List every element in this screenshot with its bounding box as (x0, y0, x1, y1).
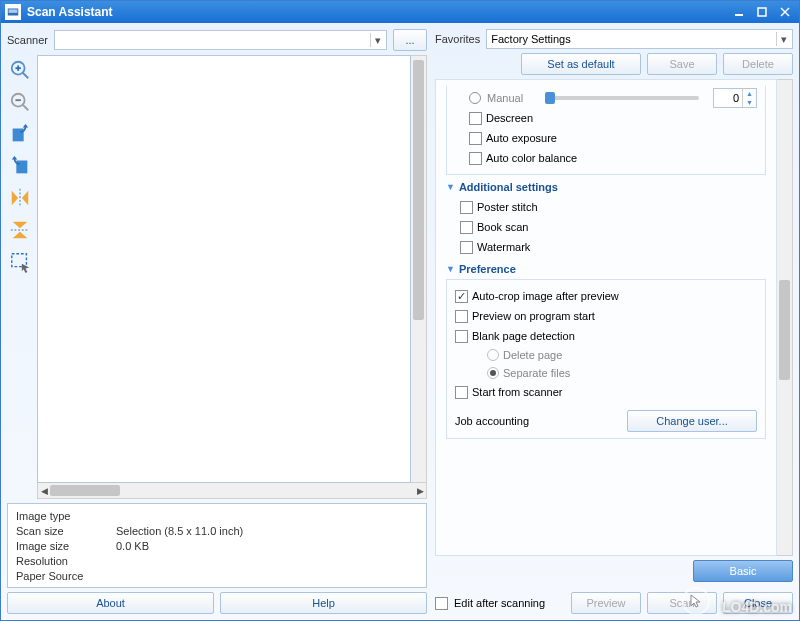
info-resolution-label: Resolution (16, 555, 116, 567)
blank-page-checkbox[interactable] (455, 330, 468, 343)
svg-line-11 (23, 105, 29, 111)
basic-mode-button[interactable]: Basic (693, 560, 793, 582)
app-icon (5, 4, 21, 20)
about-button[interactable]: About (7, 592, 214, 614)
separate-files-radio (487, 367, 499, 379)
scanner-dropdown[interactable]: ▾ (54, 30, 387, 50)
watermark-checkbox[interactable] (460, 241, 473, 254)
preview-vscrollbar[interactable] (411, 55, 427, 483)
edit-after-scanning-checkbox[interactable] (435, 597, 448, 610)
scroll-right-icon[interactable]: ▶ (414, 486, 426, 496)
svg-marker-14 (23, 124, 29, 128)
preview-hscrollbar[interactable]: ◀ ▶ (37, 483, 427, 499)
svg-rect-1 (9, 9, 18, 13)
svg-marker-20 (13, 222, 28, 228)
svg-line-7 (23, 73, 29, 79)
start-from-scanner-checkbox[interactable] (455, 386, 468, 399)
chevron-down-icon: ▾ (776, 32, 790, 46)
additional-settings-header[interactable]: ▼Additional settings (446, 181, 766, 193)
settings-panel: Manual ▲▼ Descreen Auto exposure Auto co… (435, 79, 777, 556)
svg-marker-24 (22, 264, 29, 273)
book-scan-checkbox[interactable] (460, 221, 473, 234)
spin-down-icon[interactable]: ▼ (743, 98, 756, 107)
maximize-button[interactable] (751, 4, 772, 20)
mirror-vertical-icon[interactable] (7, 217, 33, 243)
spin-up-icon[interactable]: ▲ (743, 89, 756, 98)
expand-icon: ▼ (446, 182, 455, 192)
svg-rect-15 (16, 161, 27, 174)
left-pane: Scanner ▾ ... (7, 29, 427, 614)
job-accounting-label: Job accounting (455, 415, 529, 427)
expand-icon: ▼ (446, 264, 455, 274)
info-image-type-label: Image type (16, 510, 116, 522)
right-pane: Favorites Factory Settings ▾ Set as defa… (435, 29, 793, 614)
scan-button[interactable]: Scan (647, 592, 717, 614)
info-paper-source-label: Paper Source (16, 570, 116, 582)
close-button[interactable] (774, 4, 795, 20)
delete-page-radio (487, 349, 499, 361)
selection-icon[interactable] (7, 249, 33, 275)
delete-favorite-button[interactable]: Delete (723, 53, 793, 75)
favorites-label: Favorites (435, 33, 480, 45)
info-image-size-label: Image size (16, 540, 116, 552)
svg-marker-16 (12, 156, 18, 160)
manual-radio[interactable] (469, 92, 481, 104)
save-favorite-button[interactable]: Save (647, 53, 717, 75)
favorites-dropdown[interactable]: Factory Settings ▾ (486, 29, 793, 49)
manual-spinner[interactable]: ▲▼ (713, 88, 757, 108)
browse-scanner-button[interactable]: ... (393, 29, 427, 51)
svg-rect-2 (735, 14, 743, 16)
info-scan-size-label: Scan size (16, 525, 116, 537)
descreen-checkbox[interactable] (469, 112, 482, 125)
svg-rect-3 (758, 8, 766, 16)
info-panel: Image type Scan sizeSelection (8.5 x 11.… (7, 503, 427, 588)
edit-after-scanning-label: Edit after scanning (454, 597, 545, 609)
svg-marker-17 (12, 191, 18, 206)
preview-toolbar (7, 55, 37, 499)
auto-color-balance-checkbox[interactable] (469, 152, 482, 165)
preference-header[interactable]: ▼Preference (446, 263, 766, 275)
preview-canvas[interactable] (37, 55, 411, 483)
zoom-in-icon[interactable] (7, 57, 33, 83)
settings-vscrollbar[interactable] (777, 79, 793, 556)
svg-marker-18 (22, 191, 28, 206)
scanner-label: Scanner (7, 34, 48, 46)
manual-label: Manual (487, 92, 523, 104)
preview-button[interactable]: Preview (571, 592, 641, 614)
manual-slider[interactable] (545, 96, 699, 100)
svg-rect-23 (12, 254, 27, 267)
auto-exposure-checkbox[interactable] (469, 132, 482, 145)
svg-rect-13 (13, 129, 24, 142)
scroll-left-icon[interactable]: ◀ (38, 486, 50, 496)
svg-marker-21 (13, 232, 28, 238)
manual-value-input[interactable] (714, 89, 742, 107)
set-default-button[interactable]: Set as default (521, 53, 641, 75)
preview-on-start-checkbox[interactable] (455, 310, 468, 323)
close-app-button[interactable]: Close (723, 592, 793, 614)
autocrop-checkbox[interactable] (455, 290, 468, 303)
window-title: Scan Assistant (27, 5, 726, 19)
mirror-horizontal-icon[interactable] (7, 185, 33, 211)
rotate-left-icon[interactable] (7, 121, 33, 147)
chevron-down-icon: ▾ (370, 33, 384, 47)
change-user-button[interactable]: Change user... (627, 410, 757, 432)
app-window: Scan Assistant Scanner ▾ ... (0, 0, 800, 621)
titlebar: Scan Assistant (1, 1, 799, 23)
poster-stitch-checkbox[interactable] (460, 201, 473, 214)
zoom-out-icon[interactable] (7, 89, 33, 115)
minimize-button[interactable] (728, 4, 749, 20)
rotate-right-icon[interactable] (7, 153, 33, 179)
help-button[interactable]: Help (220, 592, 427, 614)
